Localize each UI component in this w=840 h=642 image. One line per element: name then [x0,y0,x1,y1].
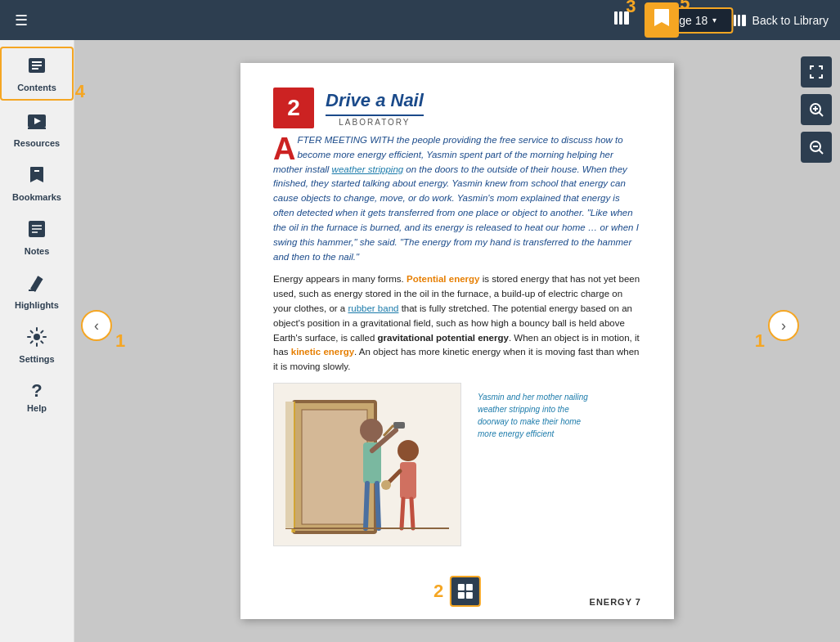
settings-label: Settings [19,354,54,364]
grid-cell-2 [466,584,473,590]
page-body: A FTER MEETING WITH the people providing… [273,133,641,546]
svg-rect-35 [302,410,367,524]
drop-cap: A [273,137,295,161]
resources-icon [26,110,47,137]
sidebar-item-settings[interactable]: Settings [0,320,74,370]
badge-5: 5 [680,0,690,14]
sidebar-item-notes[interactable]: Notes [0,212,74,263]
settings-icon [26,326,47,352]
highlights-icon [26,272,47,299]
contents-icon [26,55,47,81]
badge-2: 2 [433,581,443,602]
svg-line-27 [819,112,823,116]
fullscreen-button[interactable] [801,56,832,88]
zoom-out-button[interactable] [801,132,832,163]
help-icon: ? [31,380,42,402]
gravitational-label: gravitational potential energy [377,333,508,343]
highlights-label: Highlights [15,300,59,310]
caption-area: Yasmin and her mother nailing weather st… [273,383,641,546]
notes-icon [26,218,47,245]
kinetic-energy-label: kinetic energy [291,347,354,357]
chapter-title-area: Drive a Nail LABORATORY [326,90,424,127]
sidebar-item-help[interactable]: ? Help [0,374,74,420]
sidebar-item-highlights[interactable]: Highlights [0,266,74,317]
sidebar-item-bookmarks[interactable]: Bookmarks [0,158,74,209]
svg-rect-1 [619,11,622,25]
bookmark-active-button[interactable]: 5 [645,2,679,38]
svg-rect-0 [614,11,618,25]
prev-page-button[interactable]: ‹ [81,310,112,341]
energy-paragraph: Energy appears in many forms. Potential … [273,272,641,375]
potential-energy-label: Potential energy [407,274,479,284]
svg-rect-8 [734,15,736,26]
svg-rect-52 [285,402,294,528]
badge-4: 4 [75,81,85,102]
chapter-header: 2 Drive a Nail LABORATORY [273,88,641,128]
notes-label: Notes [25,246,50,256]
chapter-subtitle: LABORATORY [326,118,424,127]
zoom-in-button[interactable] [801,94,832,125]
left-arrow-icon: ‹ [94,317,99,334]
svg-rect-45 [400,462,416,499]
sidebar: 4 Contents Resources Bookmarks [0,40,74,642]
book-page: 2 Drive a Nail LABORATORY A FTER MEETING… [240,63,674,619]
bookmarks-icon [26,164,47,191]
sidebar-item-contents[interactable]: Contents [0,47,74,101]
caption-text: Yasmin and her mother nailing weather st… [478,383,592,546]
page-footer: ENERGY 7 [590,597,641,607]
left-nav-area: ‹ 1 [81,325,125,357]
svg-line-46 [402,499,403,528]
content-area: ‹ 1 1 › 2 [74,40,840,642]
right-arrow-icon: › [781,317,786,334]
main-layout: 4 Contents Resources Bookmarks [0,40,840,642]
svg-rect-40 [393,422,405,429]
rubber-band-link: rubber band [348,303,398,313]
svg-point-25 [34,334,40,340]
first-paragraph: A FTER MEETING WITH the people providing… [273,133,641,264]
resources-label: Resources [14,138,60,148]
right-nav-area: 1 › [755,325,799,357]
grid-view-button[interactable] [450,576,481,607]
topbar: ☰ 3 Page 18 ▾ 5 Back to Library [0,0,840,40]
back-to-library-label: Back to Library [752,14,829,27]
illustration [273,383,461,546]
grid-cell-1 [458,584,465,590]
badge-1-right: 1 [755,330,765,352]
svg-point-49 [381,480,391,490]
chapter-number-box: 2 [273,88,314,128]
caption-italic: Yasmin and her mother nailing weather st… [478,393,588,438]
grid-cell-4 [466,592,473,599]
svg-line-43 [377,483,379,528]
svg-rect-9 [738,15,740,26]
svg-point-44 [398,440,419,461]
svg-line-42 [366,483,367,528]
svg-point-36 [360,419,383,442]
grid-icon [458,584,473,599]
help-label: Help [27,403,47,413]
right-toolbar [801,56,832,163]
svg-line-31 [819,150,823,154]
grid-button-container: 2 [433,576,481,607]
hamburger-button[interactable]: ☰ [8,8,34,33]
bookmarks-label: Bookmarks [12,192,61,202]
svg-line-47 [411,499,413,528]
badge-1-left: 1 [115,330,125,352]
sidebar-item-resources[interactable]: Resources [0,104,74,155]
contents-label: Contents [17,83,56,92]
badge-3: 3 [626,0,636,17]
svg-line-48 [388,471,400,483]
intro-italic-text: FTER MEETING WITH [297,135,396,145]
chapter-title: Drive a Nail [326,90,424,116]
topbar-left: ☰ [8,8,34,33]
next-page-button[interactable]: › [768,310,799,341]
grid-cell-3 [458,592,465,599]
svg-rect-10 [742,15,746,26]
shelf-icon-button[interactable]: Back to Library [725,7,832,34]
chevron-down-icon: ▾ [712,16,716,25]
